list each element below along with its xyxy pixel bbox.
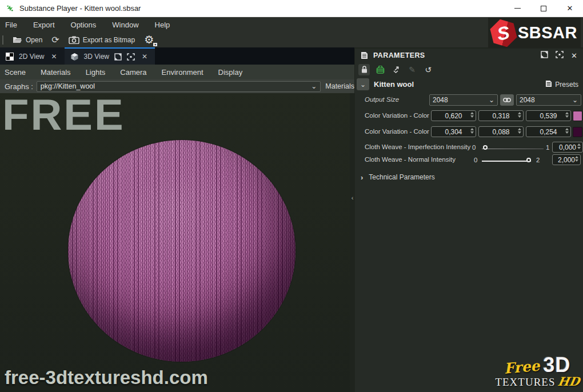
color2-swatch[interactable] [573,127,582,137]
refresh-icon: ⟳ [51,35,59,45]
color2-b-field[interactable]: 0,254 [526,126,571,137]
chevron-down-icon: ⌄ [311,83,317,90]
color2-g-field[interactable]: 0,088 [478,126,524,137]
normal-slider-track[interactable] [482,161,531,162]
viewmenu-environment[interactable]: Environment [154,65,211,79]
technical-parameters-row[interactable]: › Technical Parameters [355,171,583,183]
preserve-values-icon[interactable] [374,64,386,75]
color1-b-field[interactable]: 0,539 [526,110,571,121]
link-size-button[interactable] [500,94,514,106]
sbsar-logo: S SBSAR [488,18,581,48]
output-width-dropdown[interactable]: 2048 ⌄ [429,94,498,106]
tab-2d-close-icon[interactable]: ✕ [49,53,58,61]
imperfection-slider-track[interactable] [482,149,544,149]
3d-cube-icon [70,53,79,61]
imperfection-slider-handle[interactable] [483,145,488,150]
folder-icon [13,37,22,44]
presets-button[interactable]: Presets [545,80,583,89]
graph-row: ⌄ Kitten wool Presets [355,77,583,92]
panel-float-icon[interactable] [541,50,548,61]
watermark-site: free-3dtextureshd.com [5,367,208,389]
sbsar-hexagon-icon: S [488,16,520,50]
chevron-right-icon: › [361,173,363,182]
normal-value-field[interactable]: 2,000 [552,154,581,165]
panel-maximize-icon[interactable] [556,50,564,61]
free3d-free-text: Free [504,357,541,377]
menu-window[interactable]: Window [104,17,146,33]
imperfection-value-field[interactable]: 0,000 [552,142,583,153]
tab-2d-view[interactable]: 2D View ✕ [0,47,65,65]
panel-close-icon[interactable]: ✕ [571,51,577,60]
color1-row: Color Variation - Color 1 0,620 0,318 0,… [355,110,583,123]
export-bitmap-button[interactable]: Export as Bitmap [64,33,139,47]
close-button[interactable]: ✕ [557,0,583,17]
free3d-hd-text: HD [556,374,580,389]
collapse-panel-icon[interactable]: ‹ [352,194,354,201]
color2-r-field[interactable]: 0,304 [431,126,476,137]
imperfection-label: Cloth Weave - Imperfection Intensity [365,143,470,150]
toolbar-grip[interactable] [2,35,3,45]
menu-export[interactable]: Export [25,17,63,33]
graph-name: Kitten wool [374,80,414,89]
graph-expander-button[interactable]: ⌄ [357,78,369,90]
parameters-toolbar: ✎ ↺ [355,62,583,77]
color1-swatch[interactable] [573,111,582,121]
load-values-icon[interactable] [390,64,402,75]
lock-icon[interactable] [358,64,370,75]
view-menu-bar: Scene Materials Lights Camera Environmen… [0,65,354,79]
watermark-free: FREE [2,93,125,139]
window-title: Substance Player - Kitten wool.sbsar [19,4,141,13]
output-height-dropdown[interactable]: 2048 ⌄ [516,94,581,106]
maximize-button[interactable] [530,0,557,17]
presets-icon [545,80,552,89]
viewmenu-materials[interactable]: Materials [33,65,78,79]
gear-export-badge: ▾ [153,42,158,47]
panel-splitter[interactable]: ‹ [350,49,355,392]
imperfection-row: Cloth Weave - Imperfection Intensity 0 1… [355,142,583,154]
graphs-bar: Graphs : pkg://Kitten_wool ⌄ Materials [0,79,354,93]
viewmenu-lights[interactable]: Lights [78,65,113,79]
float-window-icon[interactable] [114,53,122,61]
edit-pencil-icon[interactable]: ✎ [406,64,418,75]
open-button[interactable]: Open [8,33,47,47]
viewmenu-camera[interactable]: Camera [113,65,154,79]
tab-3d-view[interactable]: 3D View ✕ [65,47,155,65]
reset-history-icon[interactable]: ↺ [422,64,434,75]
menu-file[interactable]: File [0,17,25,33]
color1-r-field[interactable]: 0,620 [431,110,476,121]
view-tab-bar: 2D View ✕ 3D View ✕ [0,47,354,65]
parameters-panel: PARAMETERS ✕ ✎ ↺ ⌄ Kitten wool Presets O… [355,49,583,392]
tab-3d-close-icon[interactable]: ✕ [140,53,149,61]
color1-label: Color Variation - Color 1 [365,112,435,119]
graphs-dropdown[interactable]: pkg://Kitten_wool ⌄ [37,81,321,92]
color1-g-field[interactable]: 0,318 [478,110,524,121]
minimize-button[interactable] [504,0,530,17]
title-bar: Substance Player - Kitten wool.sbsar ✕ [0,0,583,17]
free3d-textures-text: TEXTURES [495,376,555,389]
chevron-down-icon: ⌄ [489,97,494,103]
wool-sphere[interactable] [68,140,296,362]
menu-options[interactable]: Options [63,17,105,33]
menu-help[interactable]: Help [147,17,178,33]
settings-button[interactable]: ⚙ ▾ [139,33,161,47]
normal-row: Cloth Weave - Normal Intensity 0 2 2,000 [355,154,583,167]
parameters-header: PARAMETERS ✕ [355,49,583,62]
output-size-label: Output Size [365,96,399,103]
viewmenu-display[interactable]: Display [211,65,250,79]
3d-viewport[interactable]: FREE free-3dtextureshd.com [0,93,350,392]
free3d-logo: Free 3D TEXTURES HD [493,353,582,391]
refresh-button[interactable]: ⟳ [47,33,63,47]
viewmenu-scene[interactable]: Scene [0,65,33,79]
graphs-label: Graphs : [5,82,33,91]
color2-label: Color Variation - Color 2 [365,128,435,135]
normal-max: 2 [536,157,540,163]
imperfection-min: 0 [472,144,476,151]
normal-slider-handle[interactable] [526,158,531,162]
2d-view-icon [6,53,14,61]
normal-label: Cloth Weave - Normal Intensity [365,156,456,163]
parameters-title: PARAMETERS [373,51,425,59]
color2-row: Color Variation - Color 2 0,304 0,088 0,… [355,126,583,139]
camera-icon [69,36,79,44]
maximize-view-icon[interactable] [127,53,135,61]
app-icon [6,4,14,13]
